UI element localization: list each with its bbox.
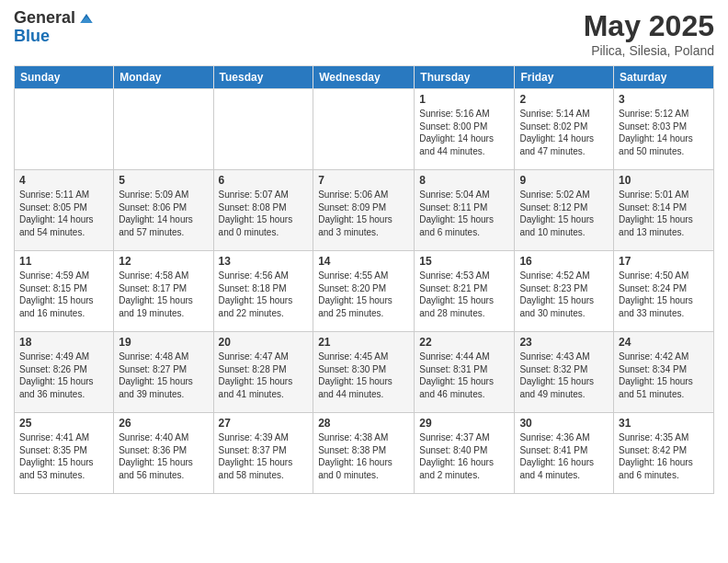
day-number: 25 [19, 417, 108, 430]
day-content: Sunrise: 4:56 AM Sunset: 8:18 PM Dayligh… [219, 270, 309, 319]
day-number: 29 [419, 417, 509, 430]
calendar-cell: 4Sunrise: 5:11 AM Sunset: 8:05 PM Daylig… [15, 170, 114, 251]
day-content: Sunrise: 4:47 AM Sunset: 8:28 PM Dayligh… [219, 350, 309, 400]
day-content: Sunrise: 5:07 AM Sunset: 8:08 PM Dayligh… [219, 189, 309, 238]
day-content: Sunrise: 4:58 AM Sunset: 8:17 PM Dayligh… [119, 270, 208, 319]
day-content: Sunrise: 5:06 AM Sunset: 8:09 PM Dayligh… [318, 189, 409, 238]
calendar-cell: 6Sunrise: 5:07 AM Sunset: 8:08 PM Daylig… [213, 170, 313, 251]
calendar-cell [15, 89, 114, 170]
day-content: Sunrise: 4:48 AM Sunset: 8:27 PM Dayligh… [119, 350, 208, 400]
day-number: 7 [318, 174, 409, 187]
day-number: 12 [119, 255, 208, 268]
calendar-cell: 29Sunrise: 4:37 AM Sunset: 8:40 PM Dayli… [415, 413, 515, 494]
title-block: May 2025 Pilica, Silesia, Poland [584, 9, 714, 58]
day-number: 2 [519, 93, 609, 106]
calendar-cell: 13Sunrise: 4:56 AM Sunset: 8:18 PM Dayli… [213, 251, 313, 332]
day-number: 18 [19, 336, 108, 349]
calendar-cell: 20Sunrise: 4:47 AM Sunset: 8:28 PM Dayli… [213, 332, 313, 413]
day-content: Sunrise: 4:42 AM Sunset: 8:34 PM Dayligh… [619, 350, 709, 400]
day-content: Sunrise: 4:40 AM Sunset: 8:36 PM Dayligh… [119, 431, 208, 481]
day-number: 24 [619, 336, 709, 349]
calendar-cell: 25Sunrise: 4:41 AM Sunset: 8:35 PM Dayli… [15, 413, 114, 494]
day-number: 30 [519, 417, 609, 430]
calendar-cell: 26Sunrise: 4:40 AM Sunset: 8:36 PM Dayli… [114, 413, 213, 494]
day-content: Sunrise: 4:35 AM Sunset: 8:42 PM Dayligh… [619, 431, 709, 481]
calendar-header-saturday: Saturday [614, 66, 714, 89]
day-content: Sunrise: 5:12 AM Sunset: 8:03 PM Dayligh… [619, 108, 709, 157]
day-content: Sunrise: 4:38 AM Sunset: 8:38 PM Dayligh… [318, 431, 409, 481]
day-number: 23 [519, 336, 609, 349]
day-content: Sunrise: 4:45 AM Sunset: 8:30 PM Dayligh… [318, 350, 409, 400]
calendar-cell: 30Sunrise: 4:36 AM Sunset: 8:41 PM Dayli… [515, 413, 614, 494]
day-number: 28 [318, 417, 409, 430]
day-content: Sunrise: 4:41 AM Sunset: 8:35 PM Dayligh… [19, 431, 108, 481]
calendar-cell: 18Sunrise: 4:49 AM Sunset: 8:26 PM Dayli… [15, 332, 114, 413]
calendar-week-2: 4Sunrise: 5:11 AM Sunset: 8:05 PM Daylig… [15, 170, 714, 251]
day-number: 10 [619, 174, 709, 187]
day-number: 8 [419, 174, 509, 187]
day-content: Sunrise: 4:55 AM Sunset: 8:20 PM Dayligh… [318, 270, 409, 319]
day-number: 6 [219, 174, 309, 187]
day-content: Sunrise: 5:01 AM Sunset: 8:14 PM Dayligh… [619, 189, 709, 238]
calendar-cell: 27Sunrise: 4:39 AM Sunset: 8:37 PM Dayli… [213, 413, 313, 494]
calendar-cell: 14Sunrise: 4:55 AM Sunset: 8:20 PM Dayli… [313, 251, 415, 332]
calendar-cell: 17Sunrise: 4:50 AM Sunset: 8:24 PM Dayli… [614, 251, 714, 332]
day-number: 17 [619, 255, 709, 268]
calendar-cell: 24Sunrise: 4:42 AM Sunset: 8:34 PM Dayli… [614, 332, 714, 413]
calendar-cell: 21Sunrise: 4:45 AM Sunset: 8:30 PM Dayli… [313, 332, 415, 413]
calendar-cell: 31Sunrise: 4:35 AM Sunset: 8:42 PM Dayli… [614, 413, 714, 494]
day-number: 1 [419, 93, 509, 106]
day-content: Sunrise: 4:43 AM Sunset: 8:32 PM Dayligh… [519, 350, 609, 400]
svg-marker-1 [80, 17, 92, 23]
calendar-cell [114, 89, 213, 170]
day-content: Sunrise: 5:09 AM Sunset: 8:06 PM Dayligh… [119, 189, 208, 238]
day-number: 11 [19, 255, 108, 268]
calendar-header-friday: Friday [515, 66, 614, 89]
day-number: 31 [619, 417, 709, 430]
day-number: 13 [219, 255, 309, 268]
day-number: 15 [419, 255, 509, 268]
day-content: Sunrise: 4:50 AM Sunset: 8:24 PM Dayligh… [619, 270, 709, 319]
day-number: 21 [318, 336, 409, 349]
day-number: 14 [318, 255, 409, 268]
day-content: Sunrise: 4:36 AM Sunset: 8:41 PM Dayligh… [519, 431, 609, 481]
calendar-cell: 28Sunrise: 4:38 AM Sunset: 8:38 PM Dayli… [313, 413, 415, 494]
day-number: 16 [519, 255, 609, 268]
calendar-cell: 2Sunrise: 5:14 AM Sunset: 8:02 PM Daylig… [515, 89, 614, 170]
calendar-cell: 15Sunrise: 4:53 AM Sunset: 8:21 PM Dayli… [415, 251, 515, 332]
header: General Blue May 2025 Pilica, Silesia, P… [14, 9, 714, 58]
calendar-cell [313, 89, 415, 170]
calendar-table: SundayMondayTuesdayWednesdayThursdayFrid… [14, 65, 714, 494]
calendar-week-1: 1Sunrise: 5:16 AM Sunset: 8:00 PM Daylig… [15, 89, 714, 170]
calendar-cell: 16Sunrise: 4:52 AM Sunset: 8:23 PM Dayli… [515, 251, 614, 332]
calendar-header-row: SundayMondayTuesdayWednesdayThursdayFrid… [15, 66, 714, 89]
day-content: Sunrise: 4:52 AM Sunset: 8:23 PM Dayligh… [519, 270, 609, 319]
calendar-header-wednesday: Wednesday [313, 66, 415, 89]
month-title: May 2025 [584, 9, 714, 43]
calendar-week-5: 25Sunrise: 4:41 AM Sunset: 8:35 PM Dayli… [15, 413, 714, 494]
day-content: Sunrise: 5:16 AM Sunset: 8:00 PM Dayligh… [419, 108, 509, 157]
logo: General Blue [14, 9, 96, 46]
calendar-cell [213, 89, 313, 170]
calendar-cell: 5Sunrise: 5:09 AM Sunset: 8:06 PM Daylig… [114, 170, 213, 251]
logo-icon [77, 9, 96, 28]
day-content: Sunrise: 4:39 AM Sunset: 8:37 PM Dayligh… [219, 431, 309, 481]
calendar-week-4: 18Sunrise: 4:49 AM Sunset: 8:26 PM Dayli… [15, 332, 714, 413]
calendar-header-sunday: Sunday [15, 66, 114, 89]
day-content: Sunrise: 4:59 AM Sunset: 8:15 PM Dayligh… [19, 270, 108, 319]
logo-blue-text: Blue [14, 27, 50, 45]
calendar-week-3: 11Sunrise: 4:59 AM Sunset: 8:15 PM Dayli… [15, 251, 714, 332]
calendar-cell: 11Sunrise: 4:59 AM Sunset: 8:15 PM Dayli… [15, 251, 114, 332]
day-number: 9 [519, 174, 609, 187]
calendar-header-monday: Monday [114, 66, 213, 89]
day-content: Sunrise: 5:04 AM Sunset: 8:11 PM Dayligh… [419, 189, 509, 238]
day-number: 4 [19, 174, 108, 187]
location-subtitle: Pilica, Silesia, Poland [584, 43, 714, 58]
calendar-cell: 22Sunrise: 4:44 AM Sunset: 8:31 PM Dayli… [415, 332, 515, 413]
calendar-cell: 1Sunrise: 5:16 AM Sunset: 8:00 PM Daylig… [415, 89, 515, 170]
day-content: Sunrise: 5:11 AM Sunset: 8:05 PM Dayligh… [19, 189, 108, 238]
calendar-header-thursday: Thursday [415, 66, 515, 89]
calendar-cell: 23Sunrise: 4:43 AM Sunset: 8:32 PM Dayli… [515, 332, 614, 413]
day-content: Sunrise: 4:53 AM Sunset: 8:21 PM Dayligh… [419, 270, 509, 319]
day-number: 22 [419, 336, 509, 349]
